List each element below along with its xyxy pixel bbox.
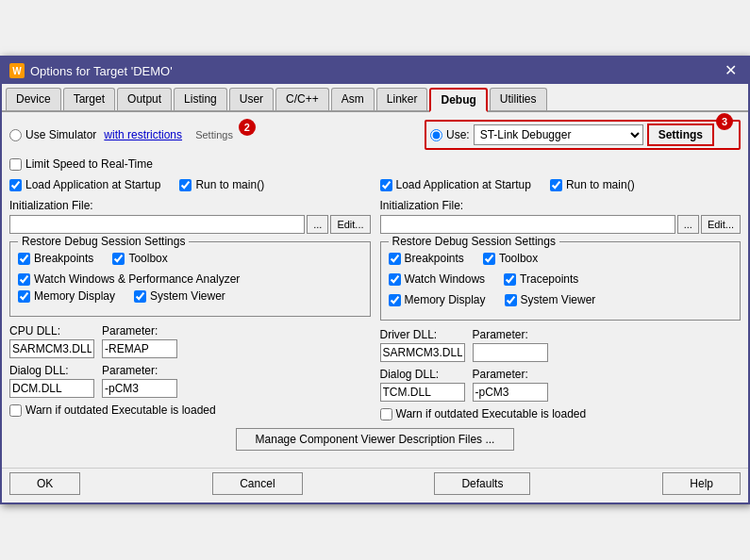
app-icon: W — [9, 63, 25, 78]
left-init-file-input[interactable] — [9, 215, 305, 234]
window-title: Options for Target 'DEMO' — [30, 64, 173, 78]
right-driver-param-input[interactable] — [473, 343, 548, 362]
right-restore-group: Restore Debug Session Settings Breakpoin… — [380, 241, 742, 321]
left-restore-group-inner: Breakpoints Toolbox Watch Windows & Perf… — [18, 252, 362, 306]
right-watch-label: Watch Windows — [405, 272, 486, 286]
right-sysviewer-label: System Viewer — [521, 293, 596, 306]
right-tracepoints-label: Tracepoints — [520, 272, 578, 286]
left-dialog-dll-input[interactable] — [9, 379, 94, 398]
simulator-radio-group: Use Simulator — [9, 128, 96, 141]
right-driver-dll-label: Driver DLL: — [380, 328, 465, 341]
right-driver-dll-input[interactable] — [380, 343, 465, 362]
right-init-edit-btn[interactable]: Edit... — [701, 215, 741, 234]
debugger-select[interactable]: ST-Link Debugger — [474, 124, 643, 145]
left-init-file-section: Initialization File: ... Edit... — [9, 199, 371, 234]
left-breakpoints-label: Breakpoints — [34, 252, 93, 265]
right-init-file-label: Initialization File: — [380, 199, 742, 212]
restrictions-link[interactable]: with restrictions — [104, 128, 182, 141]
use-radio[interactable] — [430, 129, 442, 141]
right-init-file-input[interactable] — [380, 215, 675, 234]
left-restore-group: Restore Debug Session Settings Breakpoin… — [9, 241, 371, 317]
left-cpu-dll-section: CPU DLL: Parameter: — [9, 324, 371, 358]
limit-speed-checkbox[interactable] — [9, 158, 22, 171]
simulator-section: Use Simulator with restrictions Settings… — [9, 126, 258, 143]
ok-button[interactable]: OK — [9, 472, 80, 495]
right-sysviewer-checkbox[interactable] — [505, 294, 517, 306]
badge-2: 2 — [239, 119, 256, 136]
left-dialog-dll-pair: Dialog DLL: Parameter: — [9, 364, 371, 398]
tab-target[interactable]: Target — [63, 88, 115, 110]
left-column: Load Application at Startup Run to main(… — [9, 178, 371, 428]
tab-output[interactable]: Output — [117, 88, 172, 110]
right-memory-checkbox[interactable] — [389, 294, 401, 306]
tab-debug[interactable]: Debug — [429, 88, 487, 112]
right-run-main-label: Run to main() — [566, 178, 635, 191]
left-breakpoints-checkbox[interactable] — [18, 253, 30, 265]
right-run-main-checkbox[interactable] — [550, 179, 562, 191]
right-tracepoints-row: Tracepoints — [504, 272, 578, 286]
help-button[interactable]: Help — [662, 472, 741, 495]
close-button[interactable]: ✕ — [721, 63, 741, 78]
tab-asm[interactable]: Asm — [331, 88, 375, 110]
left-cpu-dll-pair: CPU DLL: Parameter: — [9, 324, 371, 358]
right-sysviewer-row: System Viewer — [505, 293, 596, 306]
right-breakpoints-row: Breakpoints — [389, 252, 464, 265]
left-memory-label: Memory Display — [34, 289, 115, 303]
tab-cpp[interactable]: C/C++ — [275, 88, 329, 110]
right-restore-group-title: Restore Debug Session Settings — [389, 235, 559, 248]
left-init-edit-btn[interactable]: Edit... — [330, 215, 370, 234]
left-dialog-param-label: Parameter: — [102, 364, 177, 377]
tab-utilities[interactable]: Utilities — [490, 88, 547, 110]
left-watch-checkbox[interactable] — [18, 273, 30, 286]
defaults-button[interactable]: Defaults — [434, 472, 530, 495]
right-dialog-param-label: Parameter: — [473, 368, 548, 381]
right-restore-row1: Breakpoints Toolbox — [389, 252, 733, 269]
tab-linker[interactable]: Linker — [376, 88, 428, 110]
left-load-app-checkbox[interactable] — [9, 179, 22, 191]
cancel-button[interactable]: Cancel — [212, 472, 302, 495]
right-watch-checkbox[interactable] — [389, 273, 401, 286]
settings-button-right[interactable]: Settings — [647, 124, 714, 146]
manage-components-button[interactable]: Manage Component Viewer Description File… — [236, 428, 515, 451]
left-cpu-param-input[interactable] — [102, 339, 177, 358]
right-driver-dll-col: Driver DLL: — [380, 328, 465, 362]
left-run-main-row: Run to main() — [179, 178, 264, 191]
left-warn-checkbox[interactable] — [9, 404, 22, 417]
left-sysviewer-row: System Viewer — [134, 289, 225, 303]
left-memory-checkbox[interactable] — [18, 290, 30, 303]
tab-device[interactable]: Device — [6, 88, 61, 110]
right-dialog-dll-col: Dialog DLL: — [380, 368, 465, 402]
right-run-main-row: Run to main() — [550, 178, 635, 191]
right-top-checkboxes: Load Application at Startup Run to main(… — [380, 178, 742, 195]
simulator-radio[interactable] — [9, 129, 22, 141]
right-init-file-input-row: ... Edit... — [380, 215, 742, 234]
right-dialog-dll-input[interactable] — [380, 383, 465, 402]
left-init-browse-btn[interactable]: ... — [307, 215, 328, 234]
tab-user[interactable]: User — [229, 88, 274, 110]
right-init-browse-btn[interactable]: ... — [677, 215, 699, 234]
left-sysviewer-checkbox[interactable] — [134, 290, 146, 303]
left-dialog-dll-label: Dialog DLL: — [9, 364, 94, 377]
right-toolbox-checkbox[interactable] — [483, 253, 495, 265]
right-dialog-param-input[interactable] — [473, 383, 548, 402]
right-breakpoints-checkbox[interactable] — [389, 253, 401, 265]
left-breakpoints-row: Breakpoints — [18, 252, 93, 265]
right-load-app-checkbox[interactable] — [380, 179, 392, 191]
right-restore-row2: Watch Windows Tracepoints — [389, 272, 733, 289]
right-tracepoints-checkbox[interactable] — [504, 273, 516, 286]
right-warn-checkbox[interactable] — [380, 408, 392, 420]
left-toolbox-checkbox[interactable] — [112, 253, 125, 265]
left-run-main-label: Run to main() — [195, 178, 264, 191]
left-restore-row3: Memory Display System Viewer — [18, 289, 362, 306]
left-cpu-param-label: Parameter: — [102, 324, 177, 338]
left-cpu-dll-input[interactable] — [9, 339, 94, 358]
tab-listing[interactable]: Listing — [174, 88, 227, 110]
left-dialog-param-input[interactable] — [102, 379, 177, 398]
limit-speed-row: Limit Speed to Real-Time — [9, 157, 741, 171]
left-dialog-dll-section: Dialog DLL: Parameter: — [9, 364, 371, 398]
left-run-main-checkbox[interactable] — [179, 179, 192, 191]
left-cpu-param-col: Parameter: — [102, 324, 177, 358]
right-dialog-dll-section: Dialog DLL: Parameter: — [380, 368, 742, 402]
right-driver-dll-section: Driver DLL: Parameter: — [380, 328, 742, 362]
left-restore-group-title: Restore Debug Session Settings — [18, 235, 189, 248]
